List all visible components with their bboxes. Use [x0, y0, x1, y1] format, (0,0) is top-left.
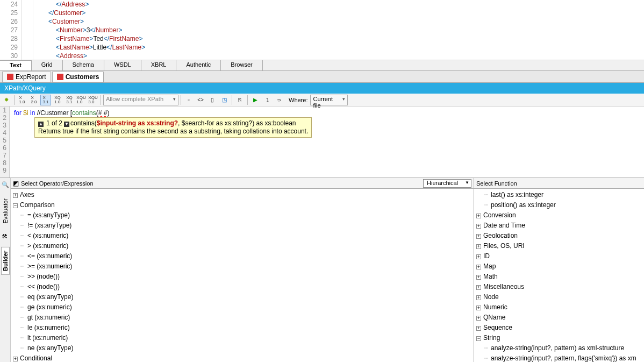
- mode-xqu30[interactable]: XQU3.0: [88, 95, 98, 105]
- collapse-icon[interactable]: −: [476, 336, 481, 341]
- tab-text[interactable]: Text: [0, 60, 32, 70]
- fold-column[interactable]: [22, 0, 33, 60]
- xml-file-icon: [57, 74, 63, 80]
- expand-icon[interactable]: +: [476, 316, 481, 321]
- mode-xpath10[interactable]: X1.0: [17, 95, 27, 105]
- expand-icon[interactable]: +: [476, 326, 481, 331]
- tool-code-icon[interactable]: <>: [195, 95, 206, 105]
- tool-var-icon[interactable]: ⎘: [234, 95, 245, 105]
- step-into-icon[interactable]: ⤵: [262, 95, 273, 105]
- tab-schema[interactable]: Schema: [63, 60, 104, 70]
- function-header: Select Function: [476, 180, 642, 187]
- tab-grid[interactable]: Grid: [32, 60, 63, 70]
- expand-icon[interactable]: +: [476, 265, 481, 269]
- where-combo[interactable]: Current file: [310, 95, 348, 105]
- expand-icon[interactable]: +: [476, 254, 481, 259]
- mode-xpath20[interactable]: X2.0: [28, 95, 39, 105]
- signature-tooltip: ▲ 1 of 2 ▼contains($input-string as xs:s…: [34, 117, 312, 138]
- expand-icon[interactable]: +: [476, 295, 481, 300]
- operator-header: Select Operator/Expression: [21, 180, 423, 187]
- expand-icon[interactable]: +: [13, 357, 18, 361]
- step-over-icon[interactable]: ⤼: [274, 95, 284, 105]
- tool-node-icon[interactable]: ◳: [219, 95, 230, 105]
- hierarchical-combo[interactable]: Hierarchical: [423, 179, 471, 188]
- vertical-ruler: 123456789: [0, 107, 10, 178]
- tab-browser[interactable]: Browser: [221, 60, 262, 70]
- mode-xpath31[interactable]: X3.1: [40, 95, 51, 105]
- xml-file-icon: [7, 74, 13, 80]
- run-button[interactable]: ▶: [250, 95, 261, 105]
- allow-xpath-combo[interactable]: Allow complete XPath: [103, 95, 178, 105]
- xpath-panel-title: XPath/XQuery: [0, 83, 644, 94]
- xpath-toolbar: ✸ X1.0 X2.0 X3.1 XQ1.0 XQ3.1 XQU1.0 XQU3…: [0, 94, 644, 107]
- operator-tree[interactable]: +Axes −Comparison ┈= (xs:anyType) ┈!= (x…: [11, 189, 474, 362]
- where-label: Where:: [289, 97, 307, 103]
- code-body[interactable]: </Address> </Customer> <Customer> <Numbe…: [33, 0, 145, 60]
- find-icon[interactable]: 🔍: [2, 181, 9, 189]
- expand-icon[interactable]: +: [13, 193, 18, 198]
- expression-input[interactable]: for $i in //Customer [contains(# #) ▲ 1 …: [10, 107, 644, 178]
- side-tab-builder[interactable]: Builder: [1, 247, 10, 275]
- side-tab-strip: 🔍 Evaluator 🛠 Builder: [0, 178, 11, 362]
- expand-icon[interactable]: +: [476, 234, 481, 239]
- function-panel: Select Function ┈last() as xs:integer ┈p…: [474, 178, 644, 362]
- line-gutter: 24252627282930: [0, 0, 22, 60]
- expand-icon[interactable]: +: [476, 224, 481, 229]
- doc-tab-expreport[interactable]: ExpReport: [2, 72, 51, 82]
- mode-xqu10[interactable]: XQU1.0: [76, 95, 87, 105]
- operator-panel: ◩ Select Operator/Expression Hierarchica…: [11, 178, 474, 362]
- debug-icon[interactable]: ✸: [1, 95, 12, 105]
- helper-panels: 🔍 Evaluator 🛠 Builder ◩ Select Operator/…: [0, 178, 644, 362]
- picker-icon[interactable]: ◩: [13, 180, 19, 187]
- tab-wsdl[interactable]: WSDL: [104, 60, 141, 70]
- doc-tab-customers[interactable]: Customers: [52, 72, 104, 82]
- mode-xq31[interactable]: XQ3.1: [64, 95, 75, 105]
- collapse-icon[interactable]: −: [13, 203, 18, 208]
- expand-icon[interactable]: +: [476, 214, 481, 218]
- xml-editor[interactable]: 24252627282930 </Address> </Customer> <C…: [0, 0, 644, 60]
- next-overload-icon[interactable]: ▼: [64, 122, 69, 127]
- function-tree[interactable]: ┈last() as xs:integer ┈position() as xs:…: [474, 189, 644, 362]
- tab-authentic[interactable]: Authentic: [176, 60, 221, 70]
- tool-box-icon[interactable]: ▫: [183, 95, 194, 105]
- expression-area: 123456789 for $i in //Customer [contains…: [0, 107, 644, 178]
- expand-icon[interactable]: +: [476, 244, 481, 249]
- view-tabs: Text Grid Schema WSDL XBRL Authentic Bro…: [0, 60, 644, 71]
- expand-icon[interactable]: +: [476, 306, 481, 310]
- expand-icon[interactable]: +: [476, 275, 481, 280]
- tool-xml-icon[interactable]: ▯: [207, 95, 218, 105]
- side-tab-evaluator[interactable]: Evaluator: [2, 195, 9, 226]
- expand-icon[interactable]: +: [476, 285, 481, 290]
- tools-icon[interactable]: 🛠: [2, 233, 9, 240]
- prev-overload-icon[interactable]: ▲: [38, 122, 44, 127]
- tab-xbrl[interactable]: XBRL: [141, 60, 177, 70]
- document-tabs: ExpReport Customers: [0, 71, 644, 83]
- mode-xq10[interactable]: XQ1.0: [52, 95, 63, 105]
